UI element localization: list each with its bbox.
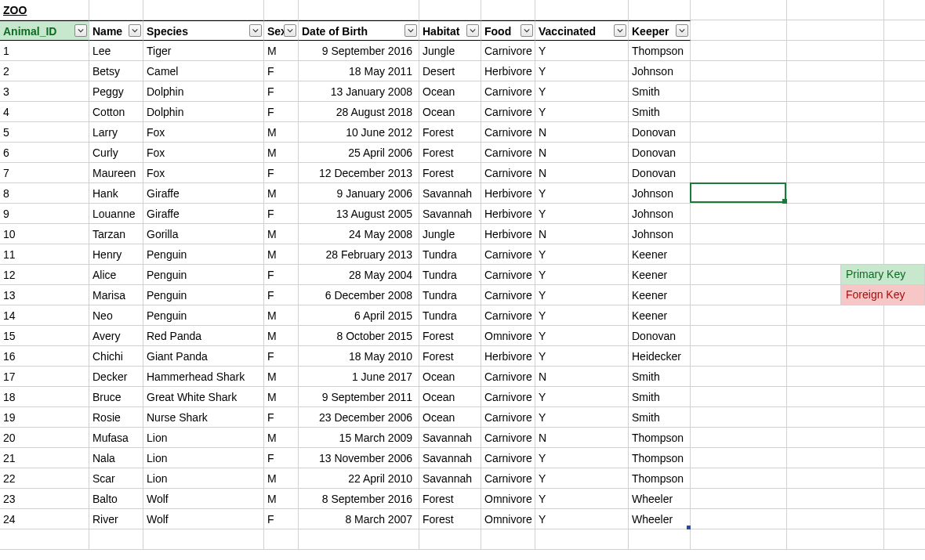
cell-vac[interactable]: N — [535, 367, 629, 387]
cell-vac[interactable]: N — [535, 224, 629, 244]
cell-sex[interactable]: M — [264, 183, 299, 204]
cell-sex[interactable]: F — [264, 61, 299, 81]
cell-keeper[interactable]: Donovan — [629, 326, 691, 346]
empty-cell[interactable] — [691, 468, 787, 489]
cell-habitat[interactable]: Jungle — [419, 224, 481, 244]
cell-vac[interactable]: Y — [535, 244, 629, 265]
cell-vac[interactable]: N — [535, 122, 629, 143]
empty-cell[interactable] — [884, 367, 925, 387]
column-header-vaccinated[interactable]: Vaccinated — [535, 20, 629, 41]
empty-cell[interactable] — [691, 204, 787, 224]
cell-keeper[interactable]: Keener — [629, 285, 691, 305]
empty-cell[interactable] — [691, 346, 787, 367]
empty-cell[interactable] — [787, 20, 884, 41]
empty-cell[interactable] — [691, 326, 787, 346]
cell-dob[interactable]: 8 October 2015 — [299, 326, 419, 346]
empty-cell[interactable] — [0, 529, 89, 550]
cell-keeper[interactable]: Johnson — [629, 183, 691, 204]
cell-sex[interactable]: F — [264, 407, 299, 428]
empty-cell[interactable] — [884, 41, 925, 61]
cell-sex[interactable]: M — [264, 387, 299, 407]
column-header-food[interactable]: Food — [481, 20, 535, 41]
cell-vac[interactable]: Y — [535, 448, 629, 468]
cell-sex[interactable]: F — [264, 285, 299, 305]
cell-id[interactable]: 1 — [0, 41, 89, 61]
cell-sex[interactable]: M — [264, 41, 299, 61]
cell-food[interactable]: Carnivore — [481, 285, 535, 305]
cell-id[interactable]: 22 — [0, 468, 89, 489]
empty-cell[interactable] — [691, 20, 787, 41]
cell-food[interactable]: Carnivore — [481, 122, 535, 143]
cell-habitat[interactable]: Forest — [419, 143, 481, 163]
cell-dob[interactable]: 9 September 2011 — [299, 387, 419, 407]
cell-id[interactable]: 19 — [0, 407, 89, 428]
cell-dob[interactable]: 10 June 2012 — [299, 122, 419, 143]
empty-cell[interactable] — [787, 61, 884, 81]
empty-cell[interactable] — [419, 0, 481, 20]
cell-vac[interactable]: Y — [535, 61, 629, 81]
cell-food[interactable]: Herbivore — [481, 204, 535, 224]
cell-vac[interactable]: Y — [535, 265, 629, 285]
cell-vac[interactable]: Y — [535, 326, 629, 346]
empty-cell[interactable] — [691, 489, 787, 509]
empty-cell[interactable] — [787, 489, 884, 509]
filter-dropdown-button[interactable] — [614, 24, 626, 37]
empty-cell[interactable] — [884, 20, 925, 41]
column-header-name[interactable]: Name — [89, 20, 143, 41]
cell-keeper[interactable]: Thompson — [629, 468, 691, 489]
empty-cell[interactable] — [884, 0, 925, 20]
cell-food[interactable]: Carnivore — [481, 143, 535, 163]
cell-vac[interactable]: Y — [535, 509, 629, 529]
cell-name[interactable]: Neo — [89, 305, 143, 326]
empty-cell[interactable] — [787, 102, 884, 122]
column-header-date-of-birth[interactable]: Date of Birth — [299, 20, 419, 41]
cell-species[interactable]: Wolf — [143, 509, 264, 529]
empty-cell[interactable] — [884, 122, 925, 143]
cell-name[interactable]: Cotton — [89, 102, 143, 122]
cell-dob[interactable]: 22 April 2010 — [299, 468, 419, 489]
cell-keeper[interactable]: Smith — [629, 367, 691, 387]
cell-name[interactable]: Lee — [89, 41, 143, 61]
empty-cell[interactable] — [299, 529, 419, 550]
cell-sex[interactable]: F — [264, 81, 299, 102]
empty-cell[interactable] — [691, 0, 787, 20]
cell-habitat[interactable]: Ocean — [419, 407, 481, 428]
empty-cell[interactable] — [481, 0, 535, 20]
cell-dob[interactable]: 12 December 2013 — [299, 163, 419, 183]
cell-keeper[interactable]: Thompson — [629, 448, 691, 468]
cell-habitat[interactable]: Savannah — [419, 448, 481, 468]
empty-cell[interactable] — [787, 387, 884, 407]
empty-cell[interactable] — [884, 244, 925, 265]
cell-name[interactable]: Marisa — [89, 285, 143, 305]
cell-food[interactable]: Carnivore — [481, 305, 535, 326]
cell-food[interactable]: Carnivore — [481, 468, 535, 489]
empty-cell[interactable] — [691, 163, 787, 183]
cell-dob[interactable]: 18 May 2010 — [299, 346, 419, 367]
cell-habitat[interactable]: Forest — [419, 122, 481, 143]
cell-food[interactable]: Omnivore — [481, 326, 535, 346]
cell-id[interactable]: 11 — [0, 244, 89, 265]
empty-cell[interactable] — [535, 0, 629, 20]
cell-habitat[interactable]: Forest — [419, 163, 481, 183]
empty-cell[interactable] — [691, 367, 787, 387]
empty-cell[interactable] — [787, 529, 884, 550]
cell-name[interactable]: Decker — [89, 367, 143, 387]
cell-id[interactable]: 6 — [0, 143, 89, 163]
empty-cell[interactable] — [691, 265, 787, 285]
cell-keeper[interactable]: Thompson — [629, 428, 691, 448]
empty-cell[interactable] — [787, 428, 884, 448]
empty-cell[interactable] — [691, 387, 787, 407]
cell-food[interactable]: Carnivore — [481, 407, 535, 428]
empty-cell[interactable] — [691, 448, 787, 468]
cell-species[interactable]: Hammerhead Shark — [143, 367, 264, 387]
empty-cell[interactable] — [143, 529, 264, 550]
empty-cell[interactable] — [691, 509, 787, 529]
cell-species[interactable]: Lion — [143, 468, 264, 489]
cell-habitat[interactable]: Tundra — [419, 285, 481, 305]
cell-sex[interactable]: M — [264, 244, 299, 265]
empty-cell[interactable] — [884, 305, 925, 326]
filter-dropdown-button[interactable] — [129, 24, 141, 37]
cell-habitat[interactable]: Ocean — [419, 81, 481, 102]
empty-cell[interactable] — [691, 285, 787, 305]
empty-cell[interactable] — [787, 163, 884, 183]
